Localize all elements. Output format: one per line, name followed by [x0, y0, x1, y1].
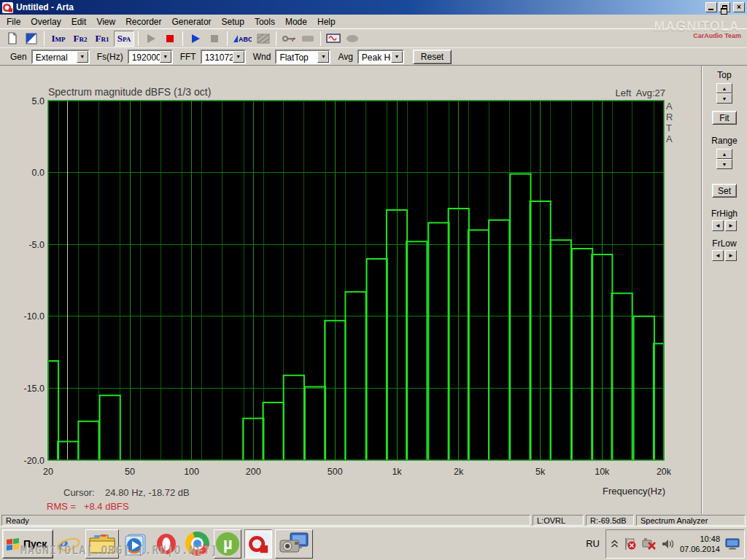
gen-select[interactable]: External ▼	[31, 50, 90, 64]
menu-help[interactable]: Help	[312, 15, 341, 28]
menu-generator[interactable]: Generator	[167, 15, 217, 28]
svg-text:50: 50	[125, 467, 135, 477]
file-explorer-launcher[interactable]	[85, 529, 119, 559]
tray-volume-icon[interactable]	[662, 538, 675, 550]
generator-sine-button[interactable]	[325, 31, 342, 47]
start-button[interactable]: Пуск	[2, 529, 53, 559]
clock[interactable]: 10:48 07.06.2014	[680, 534, 720, 554]
main-toolbar: IMP FR2 FR1 SPA ABC	[0, 28, 747, 47]
status-ready: Ready	[1, 515, 530, 526]
arta-app-icon	[2, 2, 13, 13]
calibrate-button[interactable]: ABC	[231, 31, 253, 47]
fs-select[interactable]: 192000 ▼	[128, 50, 173, 64]
svg-text:-5.0: -5.0	[28, 240, 44, 250]
show-desktop-icon[interactable]	[725, 538, 740, 550]
spectrum-plot[interactable]: 20501002005001k2k5k10k20k5.00.0-5.0-10.0…	[0, 66, 700, 514]
record-stop-icon	[166, 34, 174, 43]
frlow-label: FrLow	[702, 238, 747, 249]
dropdown-arrow-icon[interactable]: ▼	[391, 51, 403, 63]
close-button[interactable]: ×	[733, 2, 745, 12]
controls-toolbar: Gen External ▼ Fs(Hz) 192000 ▼ FFT 13107…	[0, 47, 747, 66]
fr1-mode-button[interactable]: FR1	[92, 31, 112, 47]
new-file-button[interactable]	[4, 31, 21, 47]
svg-text:10k: 10k	[595, 467, 610, 477]
arrow-left-icon[interactable]: ◄	[712, 250, 724, 261]
stop-button-disabled[interactable]	[206, 31, 223, 47]
utorrent-launcher[interactable]: µ	[214, 529, 241, 559]
avg-select[interactable]: Peak Hol ▼	[357, 50, 404, 64]
svg-text:-10.0: -10.0	[24, 311, 45, 322]
dropdown-arrow-icon[interactable]: ▼	[233, 51, 244, 63]
chrome-launcher[interactable]	[183, 529, 211, 559]
svg-text:0.0: 0.0	[32, 168, 44, 178]
fit-button[interactable]: Fit	[712, 111, 737, 125]
ie-launcher[interactable]: e	[55, 529, 82, 559]
svg-text:-15.0: -15.0	[24, 384, 45, 394]
dropdown-arrow-icon[interactable]: ▼	[77, 51, 88, 63]
tray-time: 10:48	[700, 534, 720, 543]
record-play-button-disabled[interactable]	[142, 31, 160, 47]
arta-window: Untitled - Arta × File Overlay Edit View…	[0, 0, 747, 560]
range-spinner: ▲ ▼	[716, 149, 732, 169]
menu-tools[interactable]: Tools	[249, 15, 280, 28]
menu-setup[interactable]: Setup	[217, 15, 249, 28]
oval-button-disabled[interactable]	[344, 31, 361, 47]
spinner-down-icon[interactable]: ▼	[716, 93, 732, 104]
tray-chevron-icon[interactable]	[611, 540, 619, 548]
restore-icon	[722, 5, 727, 9]
arrow-right-icon[interactable]: ►	[725, 250, 737, 261]
spa-mode-button[interactable]: SPA	[114, 31, 134, 47]
svg-text:20k: 20k	[657, 467, 672, 477]
key-button[interactable]	[280, 31, 298, 47]
oval-disabled-icon	[346, 34, 359, 43]
opera-launcher[interactable]	[152, 529, 180, 559]
svg-text:1k: 1k	[392, 467, 402, 477]
fft-select[interactable]: 131072 ▼	[201, 50, 246, 64]
spinner-up-icon[interactable]: ▲	[716, 149, 732, 159]
hatched-button-disabled[interactable]	[255, 31, 272, 47]
minimize-button[interactable]	[705, 2, 717, 12]
record-stop-button[interactable]	[161, 31, 179, 47]
pill-button-disabled[interactable]	[299, 31, 317, 47]
stop-disabled-icon	[210, 34, 219, 43]
tray-flag-alert-icon[interactable]	[624, 537, 637, 551]
cursor-readout: Cursor: 24.80 Hz, -18.72 dB	[63, 487, 190, 498]
svg-text:ABC: ABC	[239, 36, 252, 43]
new-file-icon	[7, 32, 18, 44]
menu-recorder[interactable]: Recorder	[120, 15, 166, 28]
fr2-mode-button[interactable]: FR2	[70, 31, 90, 47]
menu-mode[interactable]: Mode	[280, 15, 312, 28]
screenshot-tool-launcher[interactable]	[275, 529, 313, 559]
imp-mode-button[interactable]: IMP	[48, 31, 69, 47]
x-axis-title: Frequency(Hz)	[554, 486, 665, 497]
spinner-down-icon[interactable]: ▼	[716, 159, 732, 169]
menu-view[interactable]: View	[91, 15, 120, 28]
reset-button[interactable]: Reset	[413, 50, 452, 64]
restore-button[interactable]	[719, 2, 730, 12]
toolbar-separator	[227, 31, 228, 46]
language-indicator[interactable]: RU	[580, 538, 605, 549]
arrow-right-icon[interactable]: ►	[725, 220, 737, 231]
wnd-select[interactable]: FlatTop ▼	[275, 50, 330, 64]
svg-text:5k: 5k	[535, 467, 546, 477]
tray-device-alert-icon[interactable]	[642, 537, 657, 551]
overlay-button[interactable]	[23, 31, 40, 47]
menu-file[interactable]: File	[1, 15, 26, 28]
play-button[interactable]	[187, 31, 204, 47]
menu-overlay[interactable]: Overlay	[26, 15, 66, 28]
menu-edit[interactable]: Edit	[66, 15, 92, 28]
frhigh-arrows: ◄ ►	[712, 220, 737, 231]
status-bar: Ready L:OVRL R:-69.5dB Spectrum Analyzer	[0, 514, 747, 526]
dropdown-arrow-icon[interactable]: ▼	[160, 51, 171, 63]
status-right-level: R:-69.5dB	[586, 515, 634, 526]
status-mode: Spectrum Analyzer	[636, 515, 746, 526]
arta-taskbar-button[interactable]	[244, 529, 272, 559]
dropdown-arrow-icon[interactable]: ▼	[317, 51, 329, 63]
title-bar[interactable]: Untitled - Arta ×	[0, 0, 747, 15]
spectrum-analyzer-view: 20501002005001k2k5k10k20k5.00.0-5.0-10.0…	[0, 66, 747, 514]
arrow-left-icon[interactable]: ◄	[712, 220, 724, 231]
media-player-launcher[interactable]	[122, 529, 150, 559]
abc-check-icon: ABC	[233, 34, 252, 44]
set-button[interactable]: Set	[712, 184, 737, 198]
spinner-up-icon[interactable]: ▲	[716, 83, 732, 93]
